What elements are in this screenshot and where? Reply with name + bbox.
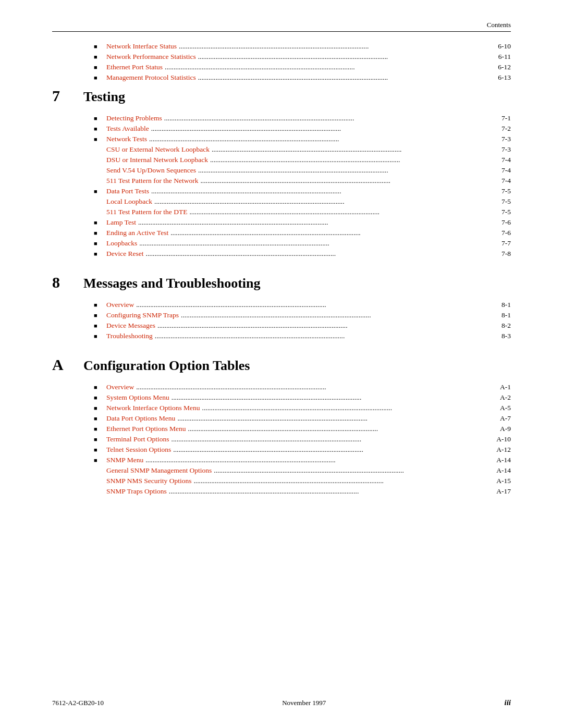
toc-link[interactable]: Data Port Options Menu xyxy=(106,414,175,423)
toc-link[interactable]: Network Tests xyxy=(106,135,147,143)
toc-link[interactable]: System Options Menu xyxy=(106,393,169,402)
toc-link[interactable]: Terminal Port Options xyxy=(106,435,169,443)
dot-leader: ........................................… xyxy=(169,487,488,496)
chapter-num: 7 xyxy=(52,87,73,105)
page-number: A-14 xyxy=(490,466,511,475)
toc-sublink[interactable]: 511 Test Pattern for the DTE xyxy=(106,208,187,216)
dot-leader: ........................................… xyxy=(136,383,488,391)
toc-sublink[interactable]: Local Loopback xyxy=(106,198,152,206)
dot-leader: ........................................… xyxy=(138,218,488,227)
dot-leader: ........................................… xyxy=(164,114,488,122)
page-number: A-14 xyxy=(490,456,511,464)
dot-leader: ........................................… xyxy=(198,166,488,175)
chapter-section: 7Testing■Detecting Problems ............… xyxy=(52,87,511,258)
toc-link[interactable]: Tests Available xyxy=(106,125,149,133)
list-item: SNMP Traps Options .....................… xyxy=(94,487,511,496)
bullet-icon: ■ xyxy=(94,219,101,226)
page-number: 7-3 xyxy=(490,145,511,154)
list-item: ■Tests Available .......................… xyxy=(94,125,511,133)
toc-link[interactable]: Device Messages xyxy=(106,322,155,330)
bullet-icon: ■ xyxy=(94,394,101,401)
toc-sublink[interactable]: CSU or External Network Loopback xyxy=(106,145,210,154)
dot-leader: ........................................… xyxy=(198,73,488,82)
dot-leader: ........................................… xyxy=(136,301,488,309)
dot-leader: ........................................… xyxy=(193,477,488,485)
dot-leader: ........................................… xyxy=(181,311,488,319)
bullet-icon: ■ xyxy=(94,384,101,390)
toc-link[interactable]: Ethernet Port Status xyxy=(106,63,163,71)
list-item: ■Lamp Test .............................… xyxy=(94,218,511,227)
toc-link[interactable]: Ethernet Port Options Menu xyxy=(106,425,186,433)
bullet-icon: ■ xyxy=(94,457,101,463)
continuation-entries: ■Network Interface Status ..............… xyxy=(52,42,511,82)
page-number: A-12 xyxy=(490,446,511,454)
list-item: SNMP NMS Security Options ..............… xyxy=(94,477,511,485)
page-number: 7-5 xyxy=(490,208,511,216)
toc-sublink[interactable]: General SNMP Management Options xyxy=(106,466,212,475)
dot-leader: ........................................… xyxy=(172,393,488,402)
chapter-title: Configuration Option Tables xyxy=(83,358,250,374)
toc-link[interactable]: Network Performance Statistics xyxy=(106,53,196,61)
toc-link[interactable]: Telnet Session Options xyxy=(106,446,171,454)
toc-link[interactable]: Network Interface Status xyxy=(106,42,177,51)
toc-link[interactable]: Device Reset xyxy=(106,250,144,258)
bullet-icon: ■ xyxy=(94,436,101,442)
bullet-icon: ■ xyxy=(94,75,101,82)
toc-link[interactable]: Detecting Problems xyxy=(106,114,162,122)
toc-link[interactable]: Data Port Tests xyxy=(106,187,149,195)
dot-leader: ........................................… xyxy=(210,156,488,164)
bullet-icon: ■ xyxy=(94,333,101,339)
toc-sublink[interactable]: SNMP NMS Security Options xyxy=(106,477,191,485)
list-item: ■Overview ..............................… xyxy=(94,383,511,391)
chapter-num: 8 xyxy=(52,274,73,291)
toc-link[interactable]: Ending an Active Test xyxy=(106,229,168,237)
dot-leader: ........................................… xyxy=(200,177,488,185)
list-item: General SNMP Management Options ........… xyxy=(94,466,511,475)
toc-link[interactable]: Network Interface Options Menu xyxy=(106,404,200,412)
page-number: 7-4 xyxy=(490,177,511,185)
dot-leader: ........................................… xyxy=(145,456,488,464)
header-label: Contents xyxy=(487,21,511,29)
page-number: A-5 xyxy=(490,404,511,412)
page-number: 7-7 xyxy=(490,239,511,248)
toc-sublink[interactable]: Send V.54 Up/Down Sequences xyxy=(106,166,196,175)
page-number: 6-10 xyxy=(490,42,511,51)
toc-sublink[interactable]: 511 Test Pattern for the Network xyxy=(106,177,198,185)
chapter-title: Messages and Troubleshooting xyxy=(83,276,261,291)
chapter-heading: 7Testing xyxy=(52,87,511,105)
bullet-icon: ■ xyxy=(94,251,101,257)
toc-link[interactable]: Overview xyxy=(106,301,134,309)
dot-leader: ........................................… xyxy=(146,250,488,258)
page-number: 6-12 xyxy=(490,63,511,71)
toc-link[interactable]: Configuring SNMP Traps xyxy=(106,311,179,319)
bullet-icon: ■ xyxy=(94,323,101,329)
dot-leader: ........................................… xyxy=(212,145,488,154)
bullet-icon: ■ xyxy=(94,405,101,411)
bullet-icon: ■ xyxy=(94,240,101,246)
dot-leader: ........................................… xyxy=(172,435,488,443)
page-number: 7-5 xyxy=(490,187,511,195)
list-item: ■Data Port Options Menu ................… xyxy=(94,414,511,423)
list-item: CSU or External Network Loopback .......… xyxy=(94,145,511,154)
dot-leader: ........................................… xyxy=(155,332,488,340)
bullet-icon: ■ xyxy=(94,447,101,453)
top-rule xyxy=(52,31,511,32)
page-number: 7-4 xyxy=(490,156,511,164)
toc-sublink[interactable]: DSU or Internal Network Loopback xyxy=(106,156,208,164)
footer-center: November 1997 xyxy=(282,699,326,707)
toc-link[interactable]: Overview xyxy=(106,383,134,391)
toc-link[interactable]: Loopbacks xyxy=(106,239,137,248)
page-number: A-17 xyxy=(490,487,511,496)
toc-link[interactable]: Lamp Test xyxy=(106,218,136,227)
dot-leader: ........................................… xyxy=(198,53,488,61)
list-item: ■Detecting Problems ....................… xyxy=(94,114,511,122)
list-item: Local Loopback .........................… xyxy=(94,198,511,206)
toc-sublink[interactable]: SNMP Traps Options xyxy=(106,487,167,496)
page-number: A-7 xyxy=(490,414,511,423)
toc-link[interactable]: SNMP Menu xyxy=(106,456,143,464)
page-number: A-2 xyxy=(490,393,511,402)
toc-link[interactable]: Management Protocol Statistics xyxy=(106,73,196,82)
toc-link[interactable]: Troubleshooting xyxy=(106,332,153,340)
page-number: 7-6 xyxy=(490,229,511,237)
list-item: ■Device Messages .......................… xyxy=(94,322,511,330)
